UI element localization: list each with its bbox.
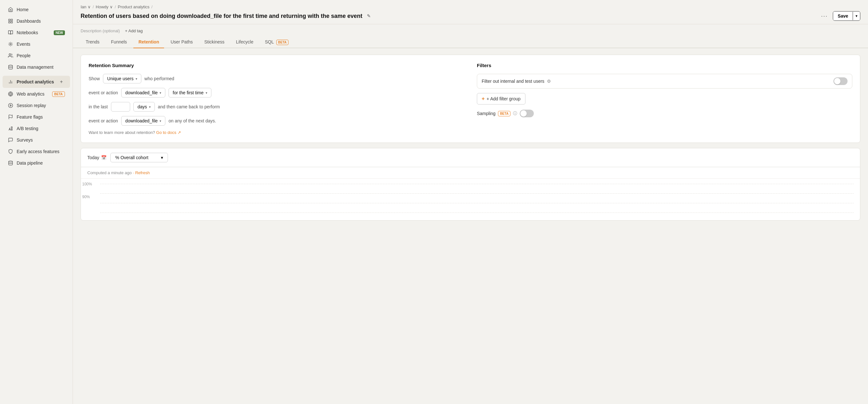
sidebar-item-people[interactable]: People [3,50,70,61]
edit-title-icon[interactable]: ✎ [367,13,371,19]
event-action-label-1: event or action [89,90,118,95]
save-button[interactable]: Save [833,11,852,21]
tab-trends[interactable]: Trends [81,36,104,48]
sidebar-item-session-replay[interactable]: Session replay [3,100,70,111]
sidebar-item-feature-flags[interactable]: Feature flags [3,111,70,123]
chart-line-70 [100,212,854,213]
svg-point-15 [9,161,12,162]
refresh-link[interactable]: Refresh [135,170,150,175]
sidebar-item-product-analytics[interactable]: Product analytics + [3,76,70,88]
in-last-row: in the last 10 days ▾ and then came back… [89,102,464,111]
event-select-2[interactable]: downloaded_file ▾ [121,116,165,126]
sidebar-item-label: People [17,53,65,58]
sidebar-item-label: Session replay [17,103,65,108]
add-tag-button[interactable]: + Add tag [123,28,145,34]
tab-funnels[interactable]: Funnels [106,36,132,48]
chart-toolbar: Today 📅 % Overall cohort ▾ [81,148,860,167]
save-dropdown-button[interactable]: ▾ [852,12,860,20]
sidebar-item-label: Data management [17,65,65,70]
computed-text: Computed a minute ago [87,170,132,175]
y-label-100: 100% [82,182,92,186]
tab-retention[interactable]: Retention [133,36,164,48]
computed-row: Computed a minute ago · Refresh [81,167,860,179]
filters-section-title: Filters [477,63,852,68]
unique-users-select[interactable]: Unique users ▾ [103,74,142,83]
go-to-docs-link[interactable]: Go to docs ↗ [156,130,181,135]
content-area: Retention Summary Show Unique users ▾ wh… [73,48,868,404]
chevron-down-icon: ▾ [206,91,207,95]
sidebar-item-ab-testing[interactable]: A/B testing [3,123,70,134]
data-icon [8,64,13,70]
sampling-toggle[interactable] [520,110,534,117]
chart-line-90 [100,193,854,194]
beta-badge: BETA [52,92,65,97]
svg-point-6 [9,65,12,66]
sidebar-item-data-management[interactable]: Data management [3,62,70,73]
first-time-select[interactable]: for the first time ▾ [168,88,211,98]
breadcrumb: Ian ∨ / Howdy ∨ / Product analytics / [81,4,860,9]
pipeline-icon [8,160,13,166]
sidebar-item-notebooks[interactable]: Notebooks NEW [3,27,70,38]
tab-sql[interactable]: SQL BETA [260,36,293,48]
page-title-text: Retention of users based on doing downlo… [81,13,362,20]
chevron-down-icon: ▾ [160,91,161,95]
event-select-1[interactable]: downloaded_file ▾ [121,88,165,98]
web-icon [8,91,13,97]
sidebar-item-label: Home [17,7,65,12]
breadcrumb-ian[interactable]: Ian ∨ [81,4,91,9]
days-count-input[interactable]: 10 [111,102,130,111]
sidebar-item-label: Data pipeline [17,161,65,166]
description-placeholder: Description (optional) [81,28,120,33]
ab-icon [8,126,13,131]
sidebar-item-home[interactable]: Home [3,4,70,15]
more-options-button[interactable]: ··· [818,11,830,21]
calendar-icon[interactable]: 📅 [101,155,106,160]
chevron-down-icon: ▾ [161,155,163,160]
y-label-90: 90% [82,195,92,199]
svg-rect-2 [11,22,12,23]
description-row: Description (optional) Description (opti… [73,24,868,36]
and-then-label: and then came back to perform [158,104,220,109]
main-area: Ian ∨ / Howdy ∨ / Product analytics / Re… [73,0,868,404]
sidebar-item-label: Web analytics [17,92,49,97]
chart-line-100 [100,184,854,184]
svg-rect-3 [9,22,10,23]
sidebar-item-surveys[interactable]: Surveys [3,135,70,145]
sidebar-item-events[interactable]: Events [3,39,70,49]
cohort-select[interactable]: % Overall cohort ▾ [110,153,168,162]
tab-lifecycle[interactable]: Lifecycle [231,36,258,48]
surveys-icon [8,137,13,143]
tab-stickiness[interactable]: Stickiness [199,36,229,48]
sidebar-item-early-access[interactable]: Early access features [3,146,70,157]
chart-line-80 [100,203,854,203]
sidebar-item-dashboards[interactable]: Dashboards [3,16,70,27]
chevron-down-icon: ▾ [135,77,137,80]
sidebar-item-label: Events [17,41,65,47]
add-filter-group-button[interactable]: + + Add filter group [477,93,525,104]
chevron-down-icon: ▾ [149,105,151,109]
sql-beta-badge: BETA [276,40,288,45]
dot-separator: · [133,170,134,175]
svg-point-12 [8,103,12,107]
add-product-analytics-button[interactable]: + [58,78,65,85]
sidebar-item-web-analytics[interactable]: Web analytics BETA [3,89,70,99]
info-icon[interactable]: ⓘ [513,110,517,116]
gear-icon[interactable]: ⚙ [547,79,551,84]
days-select[interactable]: days ▾ [133,102,155,111]
filter-label: Filter out internal and test users [482,79,544,84]
sidebar-item-label: Early access features [17,149,65,154]
filter-toggle[interactable] [833,77,847,85]
breadcrumb-howdy[interactable]: Howdy ∨ [96,4,113,9]
replay-icon [8,103,13,108]
flags-icon [8,114,13,120]
breadcrumb-product-analytics[interactable]: Product analytics [118,4,149,9]
tabs: Trends Funnels Retention User Paths Stic… [73,36,868,48]
sidebar: Home Dashboards Notebooks NEW Events Peo… [0,0,73,404]
sidebar-item-data-pipeline[interactable]: Data pipeline [3,158,70,168]
in-the-last-label: in the last [89,104,108,109]
docs-text: Want to learn more about retention? Go t… [89,130,464,135]
tab-user-paths[interactable]: User Paths [165,36,198,48]
on-any-label: on any of the next days. [168,118,216,123]
chart-card: Today 📅 % Overall cohort ▾ Computed a mi… [81,148,860,221]
today-label: Today 📅 [87,155,106,160]
